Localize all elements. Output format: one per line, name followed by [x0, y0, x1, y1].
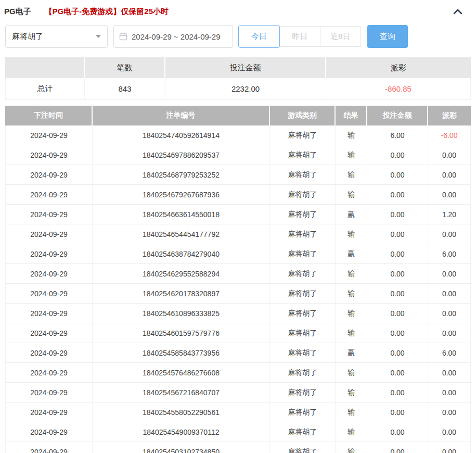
col-payout: 派彩	[428, 106, 471, 125]
game-type-cell: 麻将胡了	[270, 422, 336, 442]
page-title: PG电子	[4, 7, 31, 17]
bet-amount-cell: 0.00	[367, 422, 428, 442]
bet-amount-cell: 0.00	[367, 185, 428, 205]
summary-header-count: 笔数	[85, 57, 165, 78]
result-cell: 输	[336, 402, 367, 422]
summary-total-count: 843	[85, 78, 165, 100]
records-table: 下注时间 注单编号 游戏类别 结果 投注金额 派彩 2024-09-291840…	[5, 106, 471, 453]
date-range-input[interactable]: 2024-09-29 ~ 2024-09-29	[113, 25, 233, 48]
bet-time-cell: 2024-09-29	[5, 165, 93, 185]
bet-time-cell: 2024-09-29	[5, 442, 93, 453]
bet-id-cell: 1840254654454177792	[93, 224, 270, 244]
query-button[interactable]: 查询	[367, 25, 408, 48]
last-8-days-button[interactable]: 近8日	[320, 26, 361, 47]
game-type-cell: 麻将胡了	[270, 442, 336, 453]
game-type-cell: 麻将胡了	[270, 185, 336, 205]
bet-amount-cell: 0.00	[367, 224, 428, 244]
bet-time-cell: 2024-09-29	[5, 224, 93, 244]
yesterday-button[interactable]: 昨日	[279, 26, 320, 47]
bet-amount-cell: 0.00	[367, 205, 428, 224]
bet-time-cell: 2024-09-29	[5, 284, 93, 304]
game-type-cell: 麻将胡了	[270, 205, 336, 224]
bet-amount-cell: 0.00	[367, 383, 428, 402]
table-row: 2024-09-291840254549009370112麻将胡了输0.000.…	[5, 422, 471, 442]
bet-amount-cell: 0.00	[367, 402, 428, 422]
table-row: 2024-09-291840254638784279040麻将胡了赢0.006.…	[5, 244, 471, 264]
result-cell: 输	[336, 125, 367, 145]
summary-total-label: 总计	[5, 78, 85, 100]
app-header: PG电子 【PG电子-免费游戏】仅保留25小时	[0, 0, 476, 19]
collapse-panel-button[interactable]	[453, 8, 462, 15]
table-row: 2024-09-291840254576486276608麻将胡了输0.000.…	[5, 363, 471, 383]
game-select-value: 麻将胡了	[12, 32, 43, 42]
bet-time-cell: 2024-09-29	[5, 383, 93, 402]
chevron-down-icon	[96, 35, 101, 38]
bet-id-cell: 1840254549009370112	[93, 422, 270, 442]
result-cell: 输	[336, 383, 367, 402]
col-result: 结果	[336, 106, 367, 125]
calendar-icon	[119, 32, 127, 41]
records-tbody: 2024-09-291840254740592614914麻将胡了输6.00-6…	[5, 125, 471, 453]
result-cell: 输	[336, 145, 367, 165]
bet-id-cell: 1840254638784279040	[93, 244, 270, 264]
bet-amount-cell: 0.00	[367, 165, 428, 185]
payout-cell: -6.00	[428, 125, 471, 145]
col-bet-id: 注单编号	[93, 106, 270, 125]
result-cell: 输	[336, 422, 367, 442]
result-cell: 输	[336, 224, 367, 244]
col-game-type: 游戏类别	[270, 106, 336, 125]
table-row: 2024-09-291840254663614550018麻将胡了赢0.001.…	[5, 205, 471, 224]
bet-time-cell: 2024-09-29	[5, 244, 93, 264]
bet-id-cell: 1840254503102734850	[93, 442, 270, 453]
bet-id-cell: 1840254679267687936	[93, 185, 270, 205]
bet-time-cell: 2024-09-29	[5, 185, 93, 205]
table-row: 2024-09-291840254687979253252麻将胡了输0.000.…	[5, 165, 471, 185]
bet-id-cell: 1840254576486276608	[93, 363, 270, 383]
bet-time-cell: 2024-09-29	[5, 304, 93, 323]
summary-header-blank	[5, 57, 85, 78]
bet-time-cell: 2024-09-29	[5, 205, 93, 224]
game-type-cell: 麻将胡了	[270, 145, 336, 165]
table-row: 2024-09-291840254585843773956麻将胡了赢0.006.…	[5, 343, 471, 363]
notice-text: 【PG电子-免费游戏】仅保留25小时	[45, 7, 169, 17]
result-cell: 赢	[336, 343, 367, 363]
bet-id-cell: 1840254601597579776	[93, 323, 270, 343]
bet-id-cell: 1840254697886209537	[93, 145, 270, 165]
game-type-cell: 麻将胡了	[270, 363, 336, 383]
table-row: 2024-09-291840254620178320897麻将胡了输0.000.…	[5, 284, 471, 304]
game-type-cell: 麻将胡了	[270, 383, 336, 402]
today-button[interactable]: 今日	[238, 25, 280, 48]
bet-amount-cell: 0.00	[367, 363, 428, 383]
result-cell: 赢	[336, 244, 367, 264]
bet-amount-cell: 0.00	[367, 323, 428, 343]
game-select[interactable]: 麻将胡了	[5, 25, 108, 48]
date-range-value: 2024-09-29 ~ 2024-09-29	[132, 32, 221, 41]
bet-id-cell: 1840254620178320897	[93, 284, 270, 304]
result-cell: 输	[336, 304, 367, 323]
bet-time-cell: 2024-09-29	[5, 402, 93, 422]
bet-amount-cell: 0.00	[367, 304, 428, 323]
result-cell: 输	[336, 284, 367, 304]
table-row: 2024-09-291840254654454177792麻将胡了输0.000.…	[5, 224, 471, 244]
game-type-cell: 麻将胡了	[270, 244, 336, 264]
summary-header-payout: 派彩	[326, 57, 471, 78]
summary-total-payout: -860.85	[326, 78, 471, 100]
result-cell: 输	[336, 264, 367, 284]
table-row: 2024-09-291840254567216840707麻将胡了输0.000.…	[5, 383, 471, 402]
payout-cell: 0.00	[428, 323, 471, 343]
summary-total-bet-amount: 2232.00	[165, 78, 326, 100]
game-type-cell: 麻将胡了	[270, 284, 336, 304]
table-row: 2024-09-291840254610896333825麻将胡了输0.000.…	[5, 304, 471, 323]
table-row: 2024-09-291840254629552588294麻将胡了输0.000.…	[5, 264, 471, 284]
payout-cell: 0.00	[428, 145, 471, 165]
payout-cell: 0.00	[428, 383, 471, 402]
table-row: 2024-09-291840254740592614914麻将胡了输6.00-6…	[5, 125, 471, 145]
bet-time-cell: 2024-09-29	[5, 363, 93, 383]
filter-toolbar: 麻将胡了 2024-09-29 ~ 2024-09-29 今日 昨日 近8日 查…	[5, 25, 471, 48]
result-cell: 赢	[336, 205, 367, 224]
bet-id-cell: 1840254610896333825	[93, 304, 270, 323]
result-cell: 输	[336, 323, 367, 343]
payout-cell: 0.00	[428, 284, 471, 304]
payout-cell: 0.00	[428, 442, 471, 453]
bet-amount-cell: 0.00	[367, 442, 428, 453]
